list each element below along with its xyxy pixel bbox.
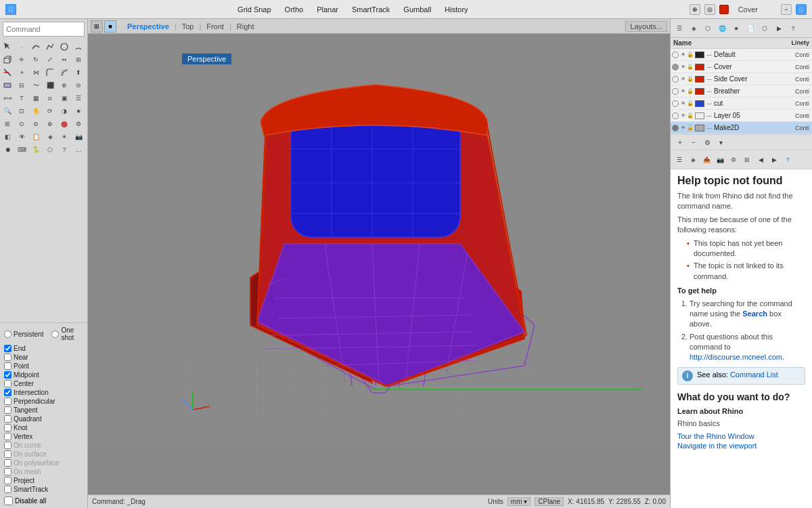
menu-gumball[interactable]: Gumball (403, 5, 431, 14)
layer-tool[interactable]: ☰ (72, 92, 85, 104)
help-forward-icon[interactable]: ▶ (768, 154, 780, 166)
block-tool[interactable]: ▣ (58, 92, 70, 104)
minimize-icon[interactable]: − (781, 4, 792, 15)
curve-tool[interactable] (30, 41, 42, 53)
snap-intersection[interactable]: Intersection (4, 388, 83, 397)
layer-row-cover[interactable]: ☀ 🔒 — Cover Conti (671, 61, 812, 73)
status-units-value[interactable]: mm ▾ (508, 497, 531, 506)
python-tool[interactable]: 🐍 (30, 144, 42, 156)
snap-midpoint[interactable]: Midpoint (4, 371, 83, 379)
color-tool[interactable]: ⬤ (58, 118, 70, 130)
pan-tool[interactable]: ✋ (30, 105, 42, 117)
layer-remove-btn[interactable]: − (688, 137, 699, 148)
layer-row-cut[interactable]: ☀ 🔒 — cut Conti (671, 98, 812, 110)
point-tool[interactable]: · (16, 41, 28, 53)
snap-on-surface[interactable]: On surface (4, 450, 83, 459)
menu-planar[interactable]: Planar (317, 5, 338, 14)
light-tool[interactable]: ☀ (58, 131, 70, 143)
trim-tool[interactable] (1, 66, 14, 79)
record-anim[interactable]: ⏺ (1, 144, 14, 156)
target-icon[interactable]: ⊕ (690, 4, 700, 15)
boolean-union[interactable]: ⊕ (58, 79, 70, 91)
cplane-tool[interactable]: ⊘ (30, 118, 42, 130)
extra-tool[interactable]: … (72, 144, 85, 156)
rt-obj-icon[interactable]: ◈ (687, 22, 700, 35)
script-tool[interactable]: ⌨ (16, 144, 28, 156)
help-navigate-link[interactable]: Navigate in the viewport (677, 442, 805, 450)
help-back-icon[interactable]: ◀ (754, 154, 767, 166)
snap-on-curve[interactable]: On curve (4, 441, 83, 450)
layer-row-make2d[interactable]: ☀ 🔓 — Make2D Conti (671, 122, 812, 134)
obj-properties[interactable]: 📋 (30, 131, 42, 143)
camera-tool[interactable]: 📷 (72, 131, 85, 143)
menu-grid-snap[interactable]: Grid Snap (238, 5, 271, 14)
move-tool[interactable]: ✛ (16, 54, 28, 66)
rt-plugin-icon[interactable]: ⬡ (759, 22, 771, 35)
layer-settings-chevron[interactable]: ▾ (715, 137, 726, 148)
rt-material-icon[interactable]: ⬡ (702, 22, 714, 35)
persistent-radio[interactable]: Persistent (4, 326, 43, 342)
solid-tool[interactable]: ⬛ (44, 79, 56, 91)
surface-tool[interactable] (1, 79, 14, 91)
help-settings-icon[interactable]: ⚙ (727, 154, 740, 166)
arc-tool[interactable] (72, 41, 85, 53)
one-shot-radio[interactable]: One shot (51, 326, 83, 342)
menu-smarttrack[interactable]: SmartTrack (352, 5, 390, 14)
zoom-window[interactable]: 🔍 (1, 105, 14, 117)
help-discourse-link[interactable]: http://discourse.mcneel.com (690, 353, 782, 361)
status-cplane-value[interactable]: CPlane (535, 497, 564, 506)
boolean-diff[interactable]: ⊖ (72, 79, 85, 91)
snap-project[interactable]: Project (4, 476, 83, 485)
settings-tool[interactable]: ⚙ (72, 118, 85, 130)
grid-tool[interactable]: ⊞ (1, 118, 14, 130)
viewport-tab-right[interactable]: Right (233, 22, 258, 30)
split-tool[interactable]: ⌖ (16, 66, 28, 79)
rt-layers-icon[interactable]: ☰ (673, 22, 685, 35)
polyline-tool[interactable] (44, 41, 56, 53)
snap-on-polysurface[interactable]: On polysurface (4, 459, 83, 467)
stop-icon[interactable] (719, 5, 729, 14)
rt-env-icon[interactable]: 🌐 (716, 22, 728, 35)
layer-add-btn[interactable]: + (675, 137, 685, 148)
rt-render-icon[interactable]: ★ (730, 22, 742, 35)
menu-history[interactable]: History (445, 5, 468, 14)
mesh-tool[interactable]: ⊟ (16, 79, 28, 91)
snap-point[interactable]: Point (4, 362, 83, 371)
disable-all-btn[interactable]: Disable all (4, 496, 83, 505)
help-tour-link[interactable]: Tour the Rhino Window (677, 432, 805, 440)
viewport-grid-icon[interactable]: ⊞ (91, 20, 103, 33)
group-tool[interactable]: ⧈ (44, 92, 56, 104)
help-question-icon[interactable]: ? (782, 154, 794, 166)
help-obj-icon[interactable]: ◈ (687, 154, 699, 166)
layer-row-sidecover[interactable]: ☀ 🔒 — Side Cover Conti (671, 73, 812, 85)
shade-tool[interactable]: ◑ (58, 105, 70, 117)
snap-quadrant[interactable]: Quadrant (4, 415, 83, 423)
snap-center[interactable]: Center (4, 379, 83, 388)
plugin-tool[interactable]: ⬡ (44, 144, 56, 156)
rt-notes-icon[interactable]: 📄 (744, 22, 757, 35)
circle-tool[interactable] (58, 41, 70, 53)
rt-help-icon[interactable]: ? (787, 22, 799, 35)
text-tool[interactable]: T (16, 92, 28, 104)
array-tool[interactable]: ⊞ (72, 54, 85, 66)
record-icon[interactable]: ◎ (704, 4, 715, 15)
help-search-link[interactable]: Search (742, 310, 767, 318)
layouts-button[interactable]: Layouts... (625, 21, 667, 32)
help-camera-icon[interactable]: 📷 (714, 154, 726, 166)
rotate-view[interactable]: ⟳ (44, 105, 56, 117)
layer-row-default[interactable]: ☀ 🔒 — Default Conti (671, 49, 812, 61)
layer-settings-btn[interactable]: ⚙ (702, 137, 713, 148)
snap-tangent[interactable]: Tangent (4, 406, 83, 415)
analyze-tool[interactable]: ⊕ (44, 118, 56, 130)
snap-tool[interactable]: ⊙ (16, 118, 28, 130)
visibility-tool[interactable]: 👁 (16, 131, 28, 143)
viewport-tab-top[interactable]: Top (178, 22, 198, 30)
snap-end[interactable]: End (4, 344, 83, 353)
mirror-tool[interactable]: ⇔ (58, 54, 70, 66)
snap-knot[interactable]: Knot (4, 423, 83, 432)
help-export-icon[interactable]: 📤 (700, 154, 713, 166)
join-tool[interactable]: ⋈ (30, 66, 42, 79)
help-icon-btn[interactable]: ? (58, 144, 70, 156)
command-input[interactable] (3, 22, 85, 37)
material-tool[interactable]: ◈ (44, 131, 56, 143)
